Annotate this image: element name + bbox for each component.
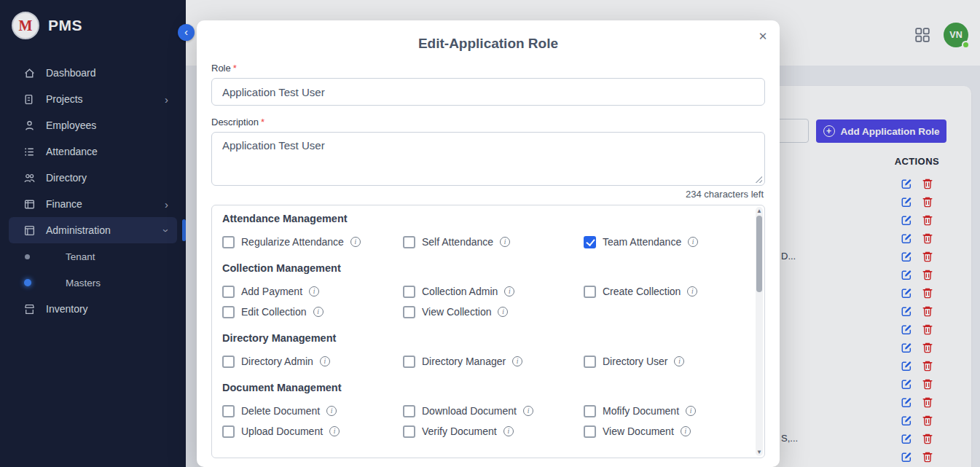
permission-checkbox[interactable]: [403, 405, 415, 417]
scrollbar-thumb[interactable]: [756, 216, 762, 292]
permission-label: View Document: [603, 425, 674, 437]
permission-checkbox[interactable]: [403, 306, 415, 318]
permission-group: Directory Management Directory Admin: [222, 332, 742, 372]
info-icon[interactable]: [687, 286, 697, 297]
info-icon[interactable]: [313, 307, 324, 317]
info-icon[interactable]: [350, 237, 361, 247]
info-icon[interactable]: [688, 237, 698, 247]
characters-left-counter: 234 characters left: [213, 189, 764, 200]
scrollbar[interactable]: [756, 207, 763, 456]
permission-label: Team Attendance: [603, 236, 681, 248]
permission-label: Upload Document: [241, 425, 323, 437]
sidebar-collapse-button[interactable]: [178, 24, 195, 41]
permission-item[interactable]: Add Payment: [222, 281, 403, 302]
description-textarea[interactable]: [211, 132, 765, 186]
scroll-up-icon[interactable]: [756, 208, 763, 214]
info-icon[interactable]: [309, 286, 319, 297]
permission-label: Self Attendance: [422, 236, 493, 248]
permission-label: Collection Admin: [422, 286, 498, 297]
info-icon[interactable]: [498, 307, 508, 317]
permission-item[interactable]: Delete Document: [222, 401, 403, 421]
permission-checkbox[interactable]: [222, 286, 235, 298]
permission-item[interactable]: Edit Collection: [222, 302, 403, 322]
permission-checkbox[interactable]: [403, 356, 415, 368]
permission-checkbox[interactable]: [584, 236, 596, 248]
permission-checkbox[interactable]: [403, 425, 415, 438]
permission-item[interactable]: Verify Document: [403, 421, 584, 442]
info-icon[interactable]: [686, 406, 696, 416]
info-icon[interactable]: [523, 406, 533, 416]
permission-item[interactable]: Mofify Document: [584, 401, 742, 421]
permission-checkbox[interactable]: [222, 306, 235, 318]
permission-item[interactable]: Download Document: [403, 401, 584, 421]
permission-checkbox[interactable]: [584, 286, 596, 298]
required-asterisk: *: [261, 117, 264, 127]
permission-item[interactable]: Directory Admin: [222, 351, 403, 372]
permissions-panel: Attendance Management Regularize Attenda…: [211, 205, 765, 458]
role-field-label: Role*: [211, 63, 765, 74]
info-icon[interactable]: [503, 426, 514, 436]
description-field-label: Description*: [211, 117, 765, 127]
permission-checkbox[interactable]: [584, 356, 596, 368]
permission-group-title: Document Management: [222, 382, 742, 393]
permission-label: Edit Collection: [241, 306, 307, 318]
permission-checkbox[interactable]: [403, 236, 415, 248]
info-icon[interactable]: [326, 406, 337, 416]
scroll-down-icon[interactable]: [756, 449, 763, 455]
permissions-scroll-area: Attendance Management Regularize Attenda…: [212, 205, 764, 442]
info-icon[interactable]: [500, 237, 510, 247]
permission-label: Delete Document: [241, 405, 320, 417]
permission-checkbox[interactable]: [584, 405, 596, 417]
permission-group: Attendance Management Regularize Attenda…: [222, 213, 742, 252]
permission-label: Directory Manager: [422, 356, 506, 367]
permission-label: Add Payment: [241, 286, 302, 297]
info-icon[interactable]: [320, 356, 330, 366]
edit-application-role-dialog: Edit-Application Role Role* Description*…: [197, 20, 780, 467]
permission-group-title: Collection Management: [222, 262, 742, 274]
permission-item[interactable]: View Collection: [403, 302, 584, 322]
permission-checkbox[interactable]: [222, 356, 235, 368]
permission-label: Directory Admin: [241, 356, 313, 367]
permission-label: Verify Document: [422, 425, 497, 437]
info-icon[interactable]: [674, 356, 684, 366]
permission-item[interactable]: Directory Manager: [403, 351, 584, 372]
permission-checkbox[interactable]: [222, 405, 235, 417]
info-icon[interactable]: [329, 426, 340, 436]
permission-checkbox[interactable]: [584, 425, 596, 438]
permission-item[interactable]: Create Collection: [584, 281, 742, 302]
permission-item[interactable]: Upload Document: [222, 421, 403, 442]
role-input[interactable]: [211, 78, 765, 106]
permission-label: Mofify Document: [603, 405, 679, 417]
permission-item[interactable]: Self Attendance: [403, 232, 584, 252]
permission-label: Download Document: [422, 405, 517, 417]
permission-group-title: Directory Management: [222, 332, 742, 344]
required-asterisk: *: [233, 63, 237, 74]
permission-checkbox[interactable]: [403, 286, 415, 298]
info-icon[interactable]: [681, 426, 691, 436]
permission-group-title: Attendance Management: [222, 213, 742, 224]
info-icon[interactable]: [504, 286, 514, 297]
permission-group: Document Management Delete Document: [222, 382, 742, 442]
permission-item[interactable]: Team Attendance: [584, 232, 742, 252]
permission-checkbox[interactable]: [222, 236, 235, 248]
permission-label: View Collection: [422, 306, 491, 318]
close-icon[interactable]: [753, 27, 772, 46]
dialog-title: Edit-Application Role: [197, 20, 780, 52]
permission-item[interactable]: View Document: [584, 421, 742, 442]
permission-checkbox[interactable]: [222, 425, 235, 438]
permission-item[interactable]: Directory User: [584, 351, 742, 372]
permission-label: Create Collection: [603, 286, 681, 297]
info-icon[interactable]: [512, 356, 522, 366]
permission-label: Directory User: [603, 356, 667, 367]
permission-label: Regularize Attendance: [241, 236, 344, 248]
permission-item[interactable]: Regularize Attendance: [222, 232, 403, 252]
permission-group: Collection Management Add Payment C: [222, 262, 742, 322]
permission-item[interactable]: Collection Admin: [403, 281, 584, 302]
